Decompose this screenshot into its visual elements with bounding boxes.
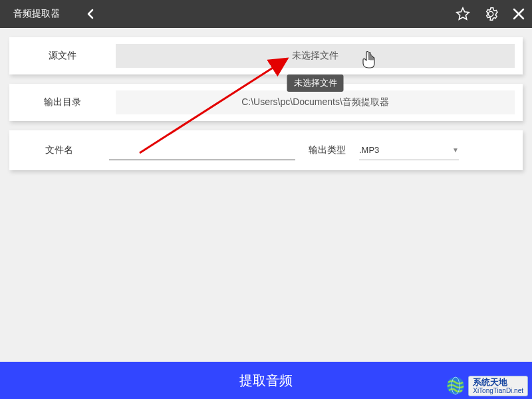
globe-icon [446, 376, 466, 396]
gear-icon[interactable] [483, 6, 499, 22]
back-button[interactable] [86, 9, 94, 19]
watermark-url: XiTongTianDi.net [473, 387, 523, 394]
watermark-text: 系统天地 XiTongTianDi.net [468, 376, 528, 396]
output-format-select[interactable]: .MP3 ▼ [359, 140, 459, 160]
output-dir-label: 输出目录 [9, 96, 116, 108]
extract-button-label: 提取音频 [239, 372, 293, 390]
close-icon[interactable] [511, 6, 527, 22]
source-file-tooltip: 未选择文件 [287, 74, 344, 92]
watermark-name: 系统天地 [473, 378, 523, 387]
source-file-field[interactable]: 未选择文件 未选择文件 [116, 44, 515, 68]
output-dir-field[interactable]: C:\Users\pc\Documents\音频提取器 [116, 90, 515, 114]
source-file-panel: 源文件 未选择文件 未选择文件 [9, 37, 523, 74]
watermark: 系统天地 XiTongTianDi.net [446, 376, 528, 396]
output-dir-value: C:\Users\pc\Documents\音频提取器 [241, 96, 389, 108]
chevron-down-icon: ▼ [452, 146, 459, 154]
output-type-label: 输出类型 [309, 144, 346, 156]
output-format-value: .MP3 [359, 145, 379, 155]
filename-input[interactable] [109, 140, 295, 160]
app-title: 音频提取器 [13, 8, 60, 20]
titlebar: 音频提取器 [0, 0, 532, 28]
source-file-value: 未选择文件 [292, 50, 338, 62]
output-dir-panel: 输出目录 C:\Users\pc\Documents\音频提取器 [9, 84, 523, 121]
filename-label: 文件名 [9, 144, 109, 156]
source-file-label: 源文件 [9, 50, 116, 62]
titlebar-actions [455, 6, 527, 22]
filename-panel: 文件名 输出类型 .MP3 ▼ [9, 130, 523, 170]
star-icon[interactable] [455, 6, 471, 22]
